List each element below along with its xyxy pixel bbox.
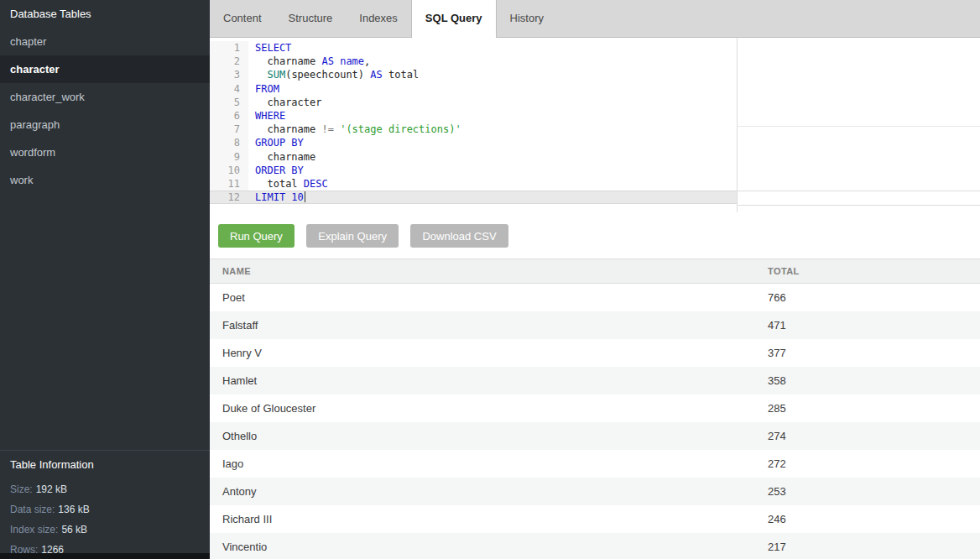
run-query-button[interactable]: Run Query [218,224,295,248]
tab-structure[interactable]: Structure [275,0,347,37]
sidebar-item-chapter[interactable]: chapter [0,28,210,55]
line-number: 1 [210,41,248,55]
token-kw: ORDER BY [255,165,304,176]
explain-query-button[interactable]: Explain Query [306,224,399,248]
line-number: 7 [210,123,248,136]
code-line[interactable]: 2 charname AS name, [210,55,737,68]
table-info-stats: Size:192 kBData size:136 kBIndex size:56… [10,479,210,559]
code-lines[interactable]: 1SELECT2 charname AS name,3 SUM(speechco… [210,38,737,204]
line-number: 11 [210,177,248,191]
code-line[interactable]: 1SELECT [210,41,737,55]
code-line[interactable]: 3 SUM(speechcount) AS total [210,68,737,81]
table-info-stat: Data size:136 kB [10,499,210,520]
line-number: 8 [210,136,248,149]
stat-label: Index size: [10,524,58,535]
code-line[interactable]: 5 character [210,96,737,109]
cell-total: 377 [768,339,980,367]
cell-total: 285 [768,394,980,422]
line-code[interactable]: LIMIT 10 [248,191,305,204]
token-pl [255,55,267,67]
token-id: total [388,69,419,81]
token-op: != [321,123,333,135]
token-id: charname [267,55,315,67]
table-information-panel: Table Information Size:192 kBData size:1… [0,450,210,559]
sidebar-title: Database Tables [0,0,210,28]
cell-name: Poet [210,284,768,311]
token-kw: FROM [255,83,279,95]
cell-total: 272 [768,450,980,478]
code-line[interactable]: 7 charname != '(stage directions)' [210,123,737,136]
table-info-title: Table Information [10,451,210,479]
token-pl [255,178,267,190]
main-panel: ContentStructureIndexesSQL QueryHistory … [210,0,980,559]
code-line[interactable]: 8GROUP BY [210,136,737,149]
line-code[interactable]: SUM(speechcount) AS total [248,68,419,81]
token-id: total [267,178,297,190]
editor-right-divider [738,126,980,127]
download-csv-button[interactable]: Download CSV [410,224,508,248]
stat-label: Data size: [10,504,55,515]
table-row: Iago272 [210,450,980,478]
column-header-total: TOTAL [768,259,980,283]
tab-history[interactable]: History [497,0,557,37]
table-row: Falstaff471 [210,311,980,339]
sidebar-item-paragraph[interactable]: paragraph [0,111,210,138]
sidebar-item-work[interactable]: work [0,166,210,194]
token-id: speechcount [291,69,357,81]
sidebar: Database Tables chaptercharactercharacte… [0,0,210,559]
cell-total: 358 [768,367,980,394]
token-pl [383,69,388,81]
line-code[interactable]: SELECT [248,41,291,55]
line-code[interactable]: charname != '(stage directions)' [248,123,461,136]
cell-name: Othello [210,422,768,450]
line-code[interactable]: GROUP BY [248,136,304,149]
results-table: NAMETOTAL Poet766Falstaff471Henry V377Ha… [210,259,980,559]
sidebar-item-character[interactable]: character [0,55,210,83]
code-line[interactable]: 10ORDER BY [210,164,737,177]
table-row: Duke of Gloucester285 [210,394,980,422]
token-str: '(stage directions)' [340,123,461,135]
line-code[interactable]: charname [248,150,315,164]
tab-indexes[interactable]: Indexes [346,0,411,37]
code-line[interactable]: 11 total DESC [210,177,737,191]
cell-name: Antony [210,478,768,505]
table-info-stat: Index size:56 kB [10,520,210,540]
code-line[interactable]: 6WHERE [210,109,737,123]
token-pl: , [364,55,370,67]
cell-name: Falstaff [210,311,768,339]
tab-sql-query[interactable]: SQL Query [411,0,497,38]
sql-editor[interactable]: 1SELECT2 charname AS name,3 SUM(speechco… [210,38,980,212]
cell-name: Richard III [210,505,768,533]
cell-name: Vincentio [210,533,768,559]
active-line-edge [738,191,980,206]
token-fn: SUM [267,69,285,81]
line-code[interactable]: ORDER BY [248,164,304,177]
token-pl [255,151,267,163]
line-code[interactable]: total DESC [248,177,328,191]
line-code[interactable]: WHERE [248,109,285,123]
line-number: 6 [210,109,248,123]
line-code[interactable]: FROM [248,82,279,96]
token-pl [255,69,267,81]
code-line[interactable]: 4FROM [210,82,737,96]
tab-content[interactable]: Content [210,0,275,37]
line-code[interactable]: character [248,96,321,109]
sidebar-item-wordform[interactable]: wordform [0,138,210,166]
token-id: character [267,97,321,108]
code-line[interactable]: 12LIMIT 10 [210,191,737,204]
table-row: Richard III246 [210,505,980,533]
line-number: 3 [210,68,248,81]
line-code[interactable]: charname AS name, [248,55,370,68]
table-row: Vincentio217 [210,533,980,559]
table-row: Poet766 [210,284,980,311]
token-kw: AS [321,55,333,67]
code-line[interactable]: 9 charname [210,150,737,164]
table-info-stat: Size:192 kB [10,479,210,499]
sidebar-item-character_work[interactable]: character_work [0,83,210,111]
stat-value: 56 kB [61,524,87,535]
stat-value: 192 kB [36,483,67,495]
stat-label: Size: [10,483,33,495]
token-id: charname [267,151,315,163]
token-pl [255,123,267,135]
token-pl [298,178,304,190]
